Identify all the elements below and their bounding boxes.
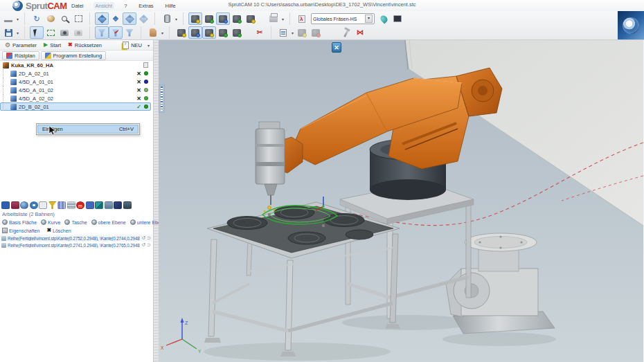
view-preset-2-button[interactable] [109,12,123,25]
machine-tool-b-button[interactable] [309,26,323,39]
worklist-tool-7-icon[interactable] [57,201,66,209]
start-button[interactable]: ▶ Start [41,42,64,49]
worklist-tool-5-icon[interactable] [39,201,47,209]
direction-icon[interactable]: ⊃ [147,235,151,241]
view-preset-1-button[interactable] [95,12,109,25]
status-x-icon[interactable]: ✕ [136,87,142,93]
menu-datei[interactable]: Datei [69,2,86,10]
machine-head-3-button[interactable] [216,12,230,25]
worklist-tool-6-icon[interactable] [48,201,57,209]
orbit-view-button[interactable]: ↻ [30,12,44,25]
robot-cell-5-button[interactable] [230,26,244,39]
worklist-tool-11-icon[interactable] [95,201,103,209]
measure-button[interactable] [339,26,353,39]
basis-flaeche-button[interactable]: Basis Fläche [2,219,37,225]
import-model-button[interactable] [1,12,15,25]
status-dot[interactable] [144,88,148,92]
view-preset-4-button[interactable] [136,12,150,25]
tree-row[interactable]: 4/5D_A_01_01 ✕ [0,78,151,86]
tree-root-row[interactable]: Kuka_KR_60_HA [0,61,151,69]
kurve-button[interactable]: Kurve [41,219,60,225]
worklist-row[interactable]: Reihe(Fertigteil\vincent.stp\Kante(0.274… [0,242,152,248]
box-select-button[interactable] [44,26,57,39]
worklist-tool-8-icon[interactable] [67,201,75,209]
robot-cell-2-button[interactable] [188,26,202,39]
worklist-tool-4-icon[interactable] [30,201,38,209]
select-pointer-button[interactable] [30,26,44,39]
snapshot2-button[interactable] [71,26,85,39]
zoom-button[interactable] [57,12,71,25]
filter-3-button[interactable] [123,26,136,39]
menu-extras[interactable]: Extras [136,2,155,10]
filter-1-button[interactable] [95,26,109,39]
ruestplan-button[interactable]: Rüstplan [2,51,39,60]
panel-splitter[interactable] [154,40,159,362]
view-preset-3-button[interactable] [123,12,136,25]
eigenschaften-button[interactable]: Eigenschaften [2,228,39,233]
status-check-icon[interactable]: ✓ [136,104,142,110]
status-dot[interactable] [144,105,148,109]
status-x-icon[interactable]: ✕ [136,71,142,77]
robot-cell-4-button[interactable] [216,26,230,39]
new-document-button[interactable] [276,26,290,39]
status-x-icon[interactable]: ✕ [136,79,142,85]
simulation-button[interactable] [377,12,391,25]
machine-head-4-button[interactable] [230,12,244,25]
zoom-fit-button[interactable] [71,12,85,25]
worklist-tool-1-icon[interactable] [1,201,10,209]
loeschen-button[interactable]: ✖Löschen [46,228,71,233]
tree-row-selected[interactable]: 2D_B_02_01 ✓ [0,102,151,111]
menu-ansicht[interactable]: Ansicht [93,2,115,10]
status-x-icon[interactable]: ✕ [136,96,142,102]
tree-row[interactable]: 4/5D_A_01_02 ✕ [0,86,151,94]
worklist-tool-3-icon[interactable] [20,201,28,209]
machining-scheme-combobox[interactable]: Globales Fräsen-HS ▾ [311,13,375,24]
direction-icon[interactable]: ⊃ [147,242,151,248]
worklist-tool-9-icon[interactable]: m [76,201,84,209]
workpiece-stock-button[interactable] [160,12,174,25]
tasche-button[interactable]: Tasche [64,219,87,225]
robot-cell-3-button[interactable] [202,26,216,39]
print-button[interactable] [267,12,280,25]
menu-help-q[interactable]: ? [122,2,129,10]
reset-button[interactable]: ✖ Rücksetzen [65,42,105,49]
machine-head-1-button[interactable] [188,12,202,25]
machine-tool-a-button[interactable] [295,26,309,39]
import-dropdown-caret[interactable]: ▾ [15,17,20,21]
status-dot[interactable] [144,96,148,100]
status-dot[interactable] [144,80,148,84]
viewport-badge-icon[interactable]: ✕ [332,42,341,53]
programm-erstellung-button[interactable]: Programm Erstellung [41,51,106,60]
new-operation-button[interactable]: NEU [120,41,145,50]
material-dropdown-caret[interactable]: ▾ [160,30,165,35]
worklist-tool-2-icon[interactable] [11,201,19,209]
material-button[interactable] [146,26,160,39]
obere-ebene-button[interactable]: obere Ebene [91,219,126,225]
viewport-3d[interactable]: Z X Y ✕ [159,40,643,362]
neu-dropdown-caret[interactable]: ▾ [146,43,151,48]
postprocessor-button[interactable] [295,12,309,25]
menu-hilfe[interactable]: Hilfe [163,2,178,10]
worklist-tool-10-icon[interactable] [86,201,94,209]
machine-head-2-button[interactable] [202,12,216,25]
parameter-button[interactable]: ⚙ Parameter [2,42,39,49]
status-dot[interactable] [144,71,148,75]
save-dropdown-caret[interactable]: ▾ [15,30,20,35]
reverse-icon[interactable]: ↺ [141,235,145,241]
cut-operation-button[interactable]: ✂ [253,26,267,39]
worklist-tool-14-icon[interactable] [123,201,132,209]
snapshot-button[interactable] [57,26,71,39]
tree-row[interactable]: 2D_A_02_01 ✕ [0,69,151,78]
save-button[interactable] [1,26,15,39]
print-dropdown-caret[interactable]: ▾ [280,17,285,21]
tolerance-button[interactable]: ⋈ [353,26,367,39]
machine-monitor-button[interactable] [391,12,404,25]
doc-dropdown-caret[interactable]: ▾ [290,30,295,35]
shaded-view-button[interactable] [44,12,57,25]
filter-2-button[interactable] [109,26,123,39]
worklist-tool-12-icon[interactable] [105,201,113,209]
robot-cell-1-button[interactable] [175,26,188,39]
tree-row[interactable]: 4/5D_A_02_02 ✕ [0,94,151,102]
worklist-tool-13-icon[interactable] [114,201,122,209]
stock-dropdown-caret[interactable]: ▾ [174,17,179,21]
